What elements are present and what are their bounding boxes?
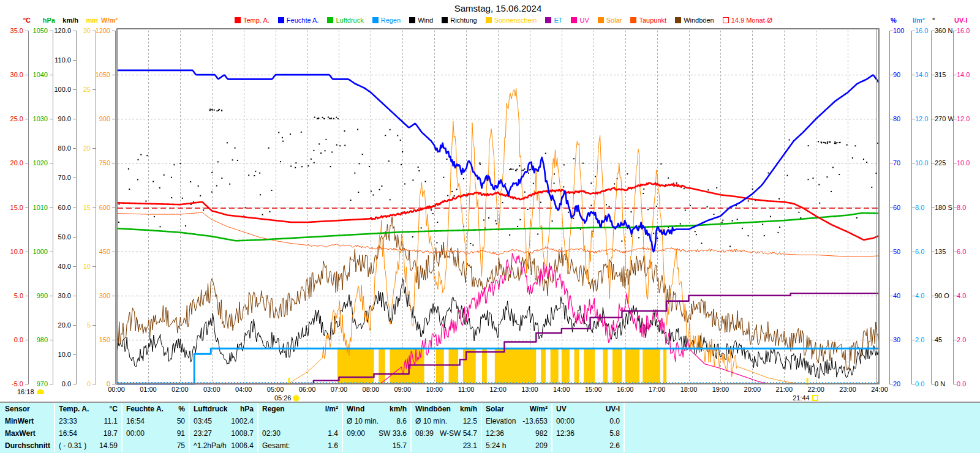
tick [73, 178, 77, 178]
x-tick-label: 17:00 [644, 386, 671, 393]
table-cell-feuchte-a-: 00:0091 [121, 427, 189, 440]
cell-time: 02:30 [262, 429, 281, 438]
x-tick-label: 09:00 [389, 386, 416, 393]
tick-label-min: 5 [64, 321, 91, 329]
tick-label-wm2: 150 [83, 336, 110, 343]
tick-label-c: 25.0 [0, 115, 23, 122]
table-row-label: MaxWert [0, 429, 54, 438]
cell-value: 1006.4 [231, 441, 254, 450]
legend-swatch [723, 17, 729, 23]
tick [50, 75, 53, 75]
cell-time: 12:36 [486, 429, 504, 438]
tick [112, 119, 116, 119]
table-cell-solar: 5:24 h209 [481, 440, 551, 452]
x-tick-label: 00:00 [103, 386, 130, 393]
legend-item-et: ET [545, 17, 562, 24]
tick [50, 252, 53, 252]
table-cell-windb-en: 23.1 [410, 440, 481, 452]
table-filler [624, 403, 980, 415]
legend-label: ET [554, 17, 562, 24]
table-filler [624, 440, 980, 452]
x-tick-label: 07:00 [325, 386, 352, 393]
tick [112, 163, 116, 163]
tick-label-wm2: 900 [83, 115, 110, 122]
tick-label-hpa: 1000 [21, 248, 48, 255]
x-tick-label: 13:00 [516, 386, 543, 393]
tick-label-c: 15.0 [0, 204, 23, 211]
tick-label-wm2: 600 [83, 204, 110, 211]
table-cell-luftdruck: 23:271008.7 [189, 427, 257, 440]
tick [92, 148, 96, 149]
tick-label-uvi: 12.0 [957, 115, 980, 122]
cell-value: km/h [460, 405, 477, 413]
tick-label-kmh: 30.0 [44, 292, 71, 299]
tick-label-uvi: 6.0 [957, 248, 980, 255]
legend-item-windb-en: Windböen [675, 17, 714, 24]
cell-value: 8.6 [396, 417, 407, 425]
axis-unit-wm2: W/m² [88, 17, 118, 24]
legend-label: UV [579, 17, 589, 24]
cell-time: 00:00 [556, 417, 575, 425]
x-tick-label: 14:00 [548, 386, 575, 393]
table-cell-feuchte-a-: Feuchte A.% [121, 403, 189, 415]
legend-item-14-9-monat-: 14.9 Monat-Ø [723, 17, 772, 24]
moon-time-label: 16:18 [17, 388, 34, 395]
legend-item-sonnenschein: Sonnenschein [486, 17, 537, 24]
tick [73, 119, 77, 119]
tick-label-kmh: 10.0 [44, 351, 71, 358]
tick-label-kmh: 90.0 [44, 115, 71, 122]
cell-time: Gesamt: [262, 441, 290, 450]
legend-swatch [486, 17, 492, 23]
table-cell-windb-en: Windböenkm/h [410, 403, 481, 415]
sunset-time-label: 21:44 [793, 394, 810, 402]
table-cell-luftdruck: LuftdruckhPa [189, 403, 257, 415]
cell-value: UV-I [606, 405, 620, 413]
x-tick-label: 24:00 [866, 386, 893, 393]
cell-value: 0.0 [609, 417, 620, 425]
cell-value: SW 33.6 [379, 429, 407, 438]
legend-label: Luftdruck [336, 17, 363, 24]
cell-time: UV [556, 405, 567, 413]
stats-table: SensorTemp. A.°CFeuchte A.%LuftdruckhPaR… [0, 402, 980, 453]
cell-value: hPa [240, 405, 254, 413]
cell-value: 1008.7 [231, 429, 254, 438]
x-tick-label: 10:00 [421, 386, 448, 393]
x-tick-label: 06:00 [294, 386, 321, 393]
x-tick-label: 20:00 [739, 386, 766, 393]
cell-time: 23:33 [59, 417, 77, 425]
legend-item-richtung: Richtung [442, 17, 477, 24]
legend-label: Solar [606, 17, 622, 24]
tick-label-wm2: 450 [83, 248, 110, 255]
tick-label-hpa: 1040 [21, 71, 48, 78]
cell-value: 14.59 [99, 441, 118, 450]
table-cell-solar: Elevation-13.653 [481, 415, 551, 427]
tick [92, 266, 96, 267]
tick [73, 354, 77, 355]
x-tick-label: 21:00 [771, 386, 797, 393]
tick-label-wm2: 750 [83, 159, 110, 167]
tick-label-uvi: 8.0 [957, 204, 980, 211]
tick [112, 252, 116, 252]
x-tick-label: 18:00 [676, 386, 703, 393]
table-cell-wind: Windkm/h [342, 403, 410, 415]
table-row-label: Sensor [0, 405, 54, 413]
table-cell-wind: Ø 10 min.8.6 [342, 415, 410, 427]
cell-value: 209 [535, 441, 548, 450]
legend-item-regen: Regen [372, 17, 401, 24]
cell-value: 2.6 [609, 441, 620, 450]
table-row-label: MinWert [0, 417, 54, 425]
chart-plot-area[interactable] [116, 28, 880, 386]
sunrise-time: 05:26 [274, 394, 300, 402]
tick-label-kmh: 70.0 [44, 174, 71, 181]
x-tick-label: 15:00 [580, 386, 607, 393]
x-tick-label: 04:00 [230, 386, 257, 393]
cell-value: l/m² [325, 405, 338, 413]
x-tick-label: 16:00 [612, 386, 639, 393]
cell-time: 03:45 [194, 417, 212, 425]
table-cell-uv: 00:000.0 [551, 415, 624, 427]
tick-label-hpa: 980 [21, 336, 48, 343]
tick [112, 296, 116, 296]
table-cell-solar: 12:36982 [481, 427, 551, 440]
cell-value: % [178, 405, 185, 413]
legend-swatch [235, 17, 241, 23]
